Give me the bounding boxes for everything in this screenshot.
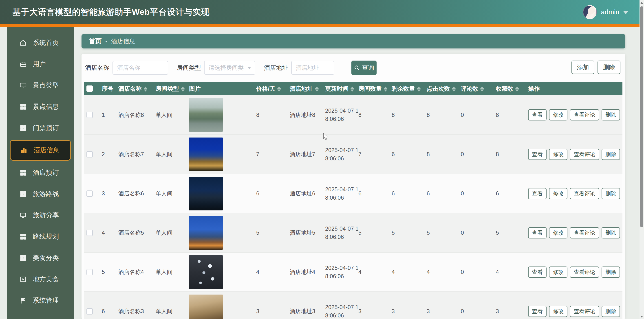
sort-carets-icon[interactable] xyxy=(350,87,354,91)
delete-row-button[interactable]: 删除 xyxy=(602,267,620,278)
delete-row-button[interactable]: 删除 xyxy=(602,149,620,160)
delete-row-button[interactable]: 删除 xyxy=(602,188,620,199)
user-menu[interactable]: admin xyxy=(583,0,628,24)
sort-carets-icon[interactable] xyxy=(417,87,420,91)
view-button[interactable]: 查看 xyxy=(528,227,546,239)
sort-carets-icon[interactable] xyxy=(515,87,519,91)
row-checkbox[interactable] xyxy=(86,308,93,315)
view-button[interactable]: 查看 xyxy=(528,267,546,278)
column-header-favorites[interactable]: 收藏数 xyxy=(494,82,526,95)
view-comments-button[interactable]: 查看评论 xyxy=(570,227,599,239)
breadcrumb-home[interactable]: 首页 xyxy=(89,37,102,46)
sidebar-item-景点信息[interactable]: 景点信息 xyxy=(7,96,74,117)
row-checkbox[interactable] xyxy=(86,230,93,236)
cell-favorites: 6 xyxy=(494,174,526,213)
view-comments-button[interactable]: 查看评论 xyxy=(570,267,599,278)
sort-carets-icon[interactable] xyxy=(480,87,484,91)
select-all-checkbox[interactable] xyxy=(86,85,93,92)
cell-address: 酒店地址7 xyxy=(288,135,323,174)
sidebar-item-系统首页[interactable]: 系统首页 xyxy=(7,32,74,53)
sort-carets-icon[interactable] xyxy=(315,87,319,91)
view-button[interactable]: 查看 xyxy=(528,149,546,160)
edit-button[interactable]: 修改 xyxy=(549,149,568,160)
column-label: 评论数 xyxy=(461,85,478,92)
cell-checkbox xyxy=(84,174,100,213)
column-label: 酒店地址 xyxy=(290,85,313,92)
row-checkbox[interactable] xyxy=(86,151,93,157)
avatar[interactable] xyxy=(583,5,597,19)
view-comments-button[interactable]: 查看评论 xyxy=(570,306,599,317)
sidebar-item-旅游路线[interactable]: 旅游路线 xyxy=(7,183,74,205)
view-comments-button[interactable]: 查看评论 xyxy=(570,188,599,199)
sort-carets-icon[interactable] xyxy=(384,87,387,91)
edit-button[interactable]: 修改 xyxy=(549,267,568,278)
view-comments-button[interactable]: 查看评论 xyxy=(570,149,599,160)
cell-image xyxy=(187,135,254,174)
cell-index: 2 xyxy=(100,135,116,174)
delete-row-button[interactable]: 删除 xyxy=(602,306,620,317)
view-button[interactable]: 查看 xyxy=(528,109,546,120)
column-header-type[interactable]: 房间类型 xyxy=(153,82,187,95)
sidebar-item-旅游分享[interactable]: 旅游分享 xyxy=(7,205,74,226)
row-checkbox[interactable] xyxy=(86,269,93,275)
view-comments-button[interactable]: 查看评论 xyxy=(570,109,599,120)
column-header-clicks[interactable]: 点击次数 xyxy=(424,82,458,95)
sort-carets-icon[interactable] xyxy=(277,87,281,91)
sidebar-item-用户[interactable]: 用户 xyxy=(7,53,74,75)
row-checkbox[interactable] xyxy=(86,190,93,197)
room-type-select[interactable] xyxy=(204,61,255,75)
sidebar-item-地方美食[interactable]: 地方美食 xyxy=(7,269,74,290)
delete-row-button[interactable]: 删除 xyxy=(602,109,620,120)
view-button[interactable]: 查看 xyxy=(528,306,546,317)
scrollbar-thumb[interactable] xyxy=(640,6,643,227)
sort-carets-icon[interactable] xyxy=(452,87,456,91)
column-header-address[interactable]: 酒店地址 xyxy=(288,82,323,95)
delete-button[interactable]: 删除 xyxy=(598,60,620,74)
column-header-price[interactable]: 价格/天 xyxy=(254,82,288,95)
hotel-image-pagoda-lake xyxy=(189,98,223,132)
cell-price: 6 xyxy=(254,174,288,213)
sidebar-item-美食分类[interactable]: 美食分类 xyxy=(7,247,74,269)
row-checkbox[interactable] xyxy=(86,112,93,118)
sidebar-item-酒店预订[interactable]: 酒店预订 xyxy=(7,162,74,183)
cell-rooms: 4 xyxy=(356,252,389,292)
sort-carets-icon[interactable] xyxy=(144,87,147,91)
cell-clicks: 4 xyxy=(424,252,458,292)
cell-actions: 查看修改查看评论删除 xyxy=(526,292,622,319)
column-header-comments[interactable]: 评论数 xyxy=(458,82,494,95)
grid-icon xyxy=(19,103,27,111)
column-header-rooms[interactable]: 房间数量 xyxy=(356,82,389,95)
column-header-remaining[interactable]: 剩余数量 xyxy=(389,82,424,95)
sidebar-item-景点类型[interactable]: 景点类型 xyxy=(7,75,74,96)
grid-icon xyxy=(19,169,27,177)
column-header-updated[interactable]: 更新时间 xyxy=(323,82,356,95)
scroll-down-arrow-icon[interactable] xyxy=(640,316,643,318)
add-button[interactable]: 添加 xyxy=(572,60,594,74)
hotel-name-input[interactable] xyxy=(112,61,168,75)
column-label: 更新时间 xyxy=(325,85,348,92)
sidebar-item-路线规划[interactable]: 路线规划 xyxy=(7,226,74,247)
grid-icon xyxy=(19,233,27,241)
sidebar-item-label: 路线规划 xyxy=(33,232,59,241)
cell-image xyxy=(187,213,254,252)
edit-button[interactable]: 修改 xyxy=(549,306,568,317)
cell-remaining: 8 xyxy=(389,95,424,135)
page-title: 基于大语言模型的智能旅游助手Web平台设计与实现 xyxy=(12,6,210,18)
scrollbar[interactable] xyxy=(640,0,644,319)
sidebar-item-门票预订[interactable]: 门票预订 xyxy=(7,117,74,139)
edit-button[interactable]: 修改 xyxy=(549,188,568,199)
sidebar-item-酒店信息[interactable]: 酒店信息 xyxy=(10,140,71,161)
delete-row-button[interactable]: 删除 xyxy=(602,227,620,239)
view-button[interactable]: 查看 xyxy=(528,188,546,199)
sort-carets-icon[interactable] xyxy=(181,87,184,91)
cell-price: 4 xyxy=(254,252,288,292)
edit-button[interactable]: 修改 xyxy=(549,109,568,120)
column-header-name[interactable]: 酒店名称 xyxy=(116,82,153,95)
sidebar-item-系统管理[interactable]: 系统管理 xyxy=(7,290,74,311)
edit-button[interactable]: 修改 xyxy=(549,227,568,239)
hotel-address-input[interactable] xyxy=(291,61,334,75)
query-button[interactable]: 查询 xyxy=(352,60,376,75)
scroll-up-arrow-icon[interactable] xyxy=(640,2,643,4)
cell-clicks: 8 xyxy=(424,95,458,135)
cell-actions: 查看修改查看评论删除 xyxy=(526,95,622,135)
